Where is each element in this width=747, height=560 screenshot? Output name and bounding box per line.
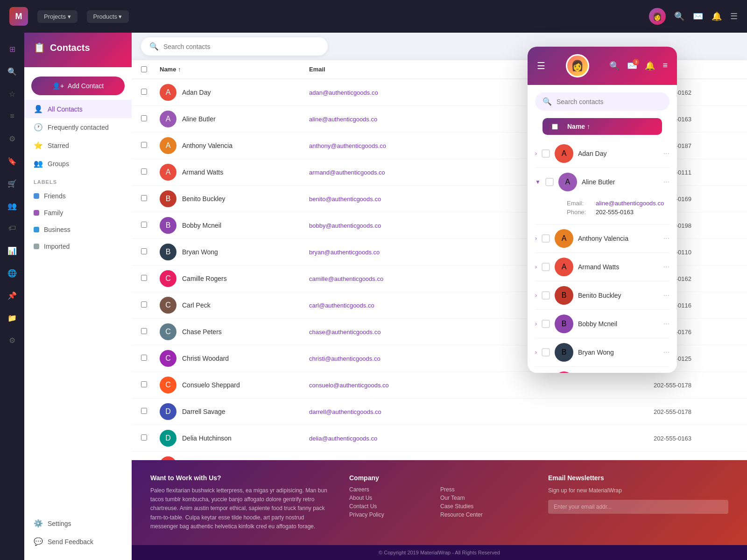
menu-icon-nav[interactable]: ☰ [730,11,738,21]
chevron-down-icon[interactable]: ▼ [535,179,541,185]
mobile-checkbox[interactable] [542,263,550,271]
icon-pin[interactable]: 📌 [5,288,19,302]
contact-checkbox[interactable] [141,275,147,281]
footer-link-privacy[interactable]: Privacy Policy [349,511,438,518]
mobile-checkbox[interactable] [542,320,550,328]
label-imported[interactable]: Imported [24,238,132,255]
icon-folder[interactable]: 📁 [5,311,19,325]
icon-star[interactable]: ☆ [5,87,19,101]
contact-checkbox[interactable] [141,328,147,334]
contact-checkbox[interactable] [141,168,147,175]
mobile-contact-row[interactable]: › A Anthony Valencia ··· [535,224,669,253]
icon-gear2[interactable]: ⚙ [5,333,19,347]
more-options-icon[interactable]: ··· [663,234,669,243]
header-name[interactable]: Name ↑ [160,66,309,73]
row-checkbox[interactable] [141,328,160,336]
contact-email[interactable]: darrell@authenticgoods.co [309,408,654,415]
mobile-menu2-icon[interactable]: ≡ [662,61,668,71]
main-search-bar[interactable]: 🔍 [141,37,328,56]
row-checkbox[interactable] [141,301,160,309]
contact-checkbox[interactable] [141,195,147,201]
more-options-icon[interactable]: ··· [663,291,669,300]
contact-checkbox[interactable] [141,301,147,308]
icon-cart[interactable]: 🛒 [5,176,19,190]
row-checkbox[interactable] [141,168,160,176]
icon-home[interactable]: ⊞ [5,42,19,56]
products-button[interactable]: Products ▾ [87,10,129,23]
mobile-contact-row[interactable]: ▼ A Aline Butler ··· Email: aline@authen… [535,168,669,224]
icon-people[interactable]: 👥 [5,199,19,213]
mobile-checkbox[interactable] [545,178,554,186]
footer-link-resource[interactable]: Resource Center [440,511,529,518]
more-options-icon[interactable]: ··· [663,149,669,158]
mobile-select-all[interactable] [552,124,558,130]
chevron-right-icon[interactable]: › [535,292,537,299]
contact-checkbox[interactable] [141,355,147,361]
contact-checkbox[interactable] [141,115,147,121]
search-input-main[interactable] [163,43,319,50]
row-checkbox[interactable] [141,88,160,97]
contact-email[interactable]: consuelo@authenticgoods.co [309,382,654,389]
row-checkbox[interactable] [141,141,160,150]
contact-checkbox[interactable] [141,142,147,148]
icon-globe[interactable]: 🌐 [5,266,19,280]
nav-item-groups[interactable]: 👥 Groups [24,154,132,173]
row-checkbox[interactable] [141,221,160,230]
row-checkbox[interactable] [141,354,160,363]
nav-settings[interactable]: ⚙️ Settings [24,514,132,532]
mobile-checkbox[interactable] [542,234,550,243]
nav-item-frequently[interactable]: 🕐 Frequently contacted [24,118,132,136]
icon-bookmark[interactable]: 🔖 [5,154,19,168]
label-family[interactable]: Family [24,204,132,221]
mobile-search-bar[interactable]: 🔍 [535,92,669,111]
mobile-search-icon[interactable]: 🔍 [609,61,620,71]
footer-link-cases[interactable]: Case Studies [440,503,529,510]
row-checkbox[interactable] [141,195,160,203]
icon-list[interactable]: ≡ [5,109,19,123]
user-avatar[interactable]: 👩 [649,8,666,25]
mobile-checkbox[interactable] [542,348,550,357]
mail-icon-nav[interactable]: ✉️ [693,11,703,21]
icon-chart[interactable]: 📊 [5,244,19,258]
row-checkbox[interactable] [141,274,160,283]
projects-button[interactable]: Projects ▾ [37,10,78,23]
footer-link-careers[interactable]: Careers [349,486,438,493]
mobile-search-input[interactable] [557,98,662,105]
nav-item-all-contacts[interactable]: 👤 All Contacts [24,100,132,118]
more-options-icon[interactable]: ··· [663,348,669,357]
more-options-icon[interactable]: ··· [663,320,669,328]
more-options-icon[interactable]: ··· [663,178,669,186]
contact-checkbox[interactable] [141,222,147,228]
mobile-checkbox[interactable] [542,291,550,300]
add-contact-button[interactable]: 👤+ Add Contact [31,77,125,95]
mobile-bell-icon[interactable]: 🔔 [645,61,655,71]
mobile-contact-row[interactable]: › C Camille Rogers ··· [535,367,669,373]
contact-checkbox[interactable] [141,408,147,414]
mobile-user-avatar[interactable]: 👩 [566,54,589,77]
contact-checkbox[interactable] [141,381,147,387]
row-checkbox[interactable] [141,115,160,123]
nav-item-starred[interactable]: ⭐ Starred [24,136,132,154]
more-options-icon[interactable]: ··· [663,263,669,271]
contact-checkbox[interactable] [141,89,147,95]
mobile-mail-icon[interactable]: ✉️3 [627,61,637,71]
select-all-checkbox[interactable] [141,66,147,72]
chevron-right-icon[interactable]: › [535,235,537,242]
icon-search[interactable]: 🔍 [5,64,19,78]
row-checkbox[interactable] [141,248,160,256]
chevron-right-icon[interactable]: › [535,349,537,356]
icon-settings[interactable]: ⚙ [5,132,19,146]
chevron-right-icon[interactable]: › [535,150,537,157]
contact-checkbox[interactable] [141,248,147,254]
footer-link-press[interactable]: Press [440,486,529,493]
footer-email-input[interactable] [548,500,728,514]
footer-link-team[interactable]: Our Team [440,495,529,501]
search-icon-nav[interactable]: 🔍 [674,11,684,21]
header-checkbox[interactable] [141,66,160,73]
mobile-contact-row[interactable]: › B Bobby Mcneil ··· [535,310,669,338]
contact-email[interactable]: delia@authenticgoods.co [309,435,654,442]
label-friends[interactable]: Friends [24,188,132,204]
row-checkbox[interactable] [141,381,160,389]
contact-checkbox[interactable] [141,434,147,441]
row-checkbox[interactable] [141,407,160,416]
